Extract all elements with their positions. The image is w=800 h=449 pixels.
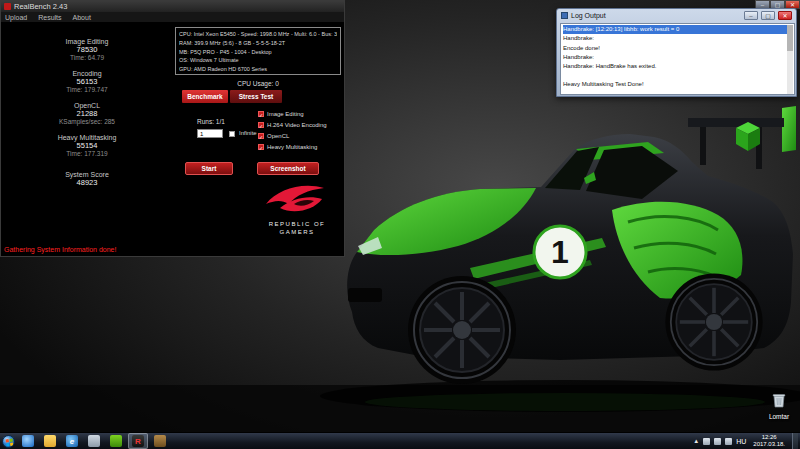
score-panel: Image Editing 78530 Time: 64.79 Encoding… — [1, 38, 173, 196]
check-image-editing[interactable]: ✓ Image Editing — [258, 108, 327, 119]
checkbox-icon[interactable]: ✓ — [258, 111, 264, 117]
log-line[interactable]: Handbrake: [12:20:13] libhb: work result… — [563, 25, 792, 34]
sysinfo-gpu: GPU: AMD Radeon HD 6700 Series — [179, 65, 337, 74]
runs-label: Runs: 1/1 — [197, 118, 225, 125]
score-encoding: Encoding 56153 Time: 179.747 — [1, 70, 173, 93]
score-sub: Time: 177.319 — [1, 150, 173, 157]
tray-date: 2017.03.18. — [753, 441, 785, 448]
score-opencl: OpenCL 21288 KSamples/sec: 285 — [1, 102, 173, 125]
score-heavy-multitasking: Heavy Multitasking 55154 Time: 177.319 — [1, 134, 173, 157]
log-output-window: Log Output – ▢ ✕ Handbrake: [12:20:13] l… — [556, 8, 797, 97]
log-scrollbar-thumb[interactable] — [787, 25, 793, 51]
recycle-bin-icon[interactable]: Lomtar — [762, 392, 796, 420]
score-label: Encoding — [1, 70, 173, 77]
rear-wheel — [665, 273, 762, 370]
score-system: System Score 48923 — [1, 171, 173, 187]
tab-stress-test[interactable]: Stress Test — [230, 90, 282, 103]
menu-upload[interactable]: Upload — [5, 14, 27, 21]
log-line[interactable]: Heavy Multitasking Test Done! — [563, 80, 792, 89]
sysinfo-motherboard: MB: P5Q PRO - P45 - 1004 - Desktop — [179, 48, 337, 57]
system-info-box: CPU: Intel Xeon E5450 - Speed: 1998.0 MH… — [175, 27, 341, 75]
check-opencl[interactable]: ✓ OpenCL — [258, 130, 327, 141]
internet-explorer-icon: e — [66, 435, 78, 447]
recycle-bin-label: Lomtar — [762, 413, 796, 420]
score-value: 21288 — [1, 109, 173, 118]
volume-icon[interactable] — [725, 438, 732, 445]
sysinfo-cpu: CPU: Intel Xeon E5450 - Speed: 1998.0 MH… — [179, 30, 337, 39]
log-maximize-button[interactable]: ▢ — [761, 11, 775, 20]
score-value: 56153 — [1, 77, 173, 86]
desktop-screen: 1 — [0, 0, 800, 449]
log-titlebar[interactable]: Log Output – ▢ ✕ — [557, 9, 796, 22]
log-line[interactable]: Handbrake: — [563, 53, 792, 62]
taskbar-handbrake-icon[interactable] — [150, 433, 170, 449]
score-value: 48923 — [1, 178, 173, 187]
checkbox-label: H.264 Video Encoding — [267, 122, 327, 128]
handbrake-icon — [154, 435, 166, 447]
rog-logo: REPUBLIC OF GAMERS — [253, 182, 341, 237]
log-line[interactable] — [563, 71, 792, 80]
realbench-app-icon — [4, 3, 11, 10]
log-client-area: Handbrake: [12:20:13] libhb: work result… — [560, 23, 795, 95]
checkbox-icon[interactable]: ✓ — [258, 133, 264, 139]
realbench-titlebar[interactable]: RealBench 2.43 — [1, 1, 344, 12]
score-value: 78530 — [1, 45, 173, 54]
log-scrollbar[interactable] — [787, 25, 793, 95]
tray-clock[interactable]: 12:26 2017.03.18. — [750, 434, 788, 448]
check-heavy-multitasking[interactable]: ✓ Heavy Multitasking — [258, 141, 327, 152]
log-line[interactable]: Handbrake: — [563, 34, 792, 43]
runs-input[interactable] — [197, 129, 223, 138]
log-window-title: Log Output — [571, 12, 741, 19]
cpu-usage-label: CPU Usage: 0 — [175, 80, 341, 87]
checkbox-label: Image Editing — [267, 111, 304, 117]
menu-about[interactable]: About — [73, 14, 91, 21]
status-text: Gathering System Information done! — [4, 246, 116, 253]
start-button[interactable]: Start — [185, 162, 233, 175]
menu-results[interactable]: Results — [38, 14, 61, 21]
score-label: OpenCL — [1, 102, 173, 109]
check-h264-encoding[interactable]: ✓ H.264 Video Encoding — [258, 119, 327, 130]
taskbar-app-icons: e R — [17, 433, 171, 449]
network-icon[interactable] — [714, 438, 721, 445]
tray-expand-icon[interactable]: ▲ — [693, 438, 699, 444]
realbench-menubar: Upload Results About — [1, 12, 344, 22]
taskbar-internet-explorer-icon[interactable]: e — [62, 433, 82, 449]
score-label: Image Editing — [1, 38, 173, 45]
log-line[interactable]: Encode done! — [563, 44, 792, 53]
taskbar-nvidia-icon[interactable] — [106, 433, 126, 449]
paint-icon — [88, 435, 100, 447]
infinite-checkbox[interactable] — [229, 131, 235, 137]
screenshot-button[interactable]: Screenshot — [257, 162, 319, 175]
windows-logo-icon — [2, 435, 15, 448]
sysinfo-ram: RAM: 399.9 MHz (5:6) - 8 GB - 5-5-5-18-2… — [179, 39, 337, 48]
log-line[interactable]: Handbrake: HandBrake has exited. — [563, 62, 792, 71]
realbench-client-area: Image Editing 78530 Time: 64.79 Encoding… — [1, 22, 344, 256]
score-sub: KSamples/sec: 285 — [1, 118, 173, 125]
svg-text:1: 1 — [551, 234, 569, 270]
taskbar-paint-icon[interactable] — [84, 433, 104, 449]
language-indicator[interactable]: HU — [736, 438, 746, 445]
nvidia-icon — [110, 435, 122, 447]
score-sub: Time: 179.747 — [1, 86, 173, 93]
checkbox-icon[interactable]: ✓ — [258, 144, 264, 150]
system-tray: ▲ HU 12:26 2017.03.18. — [693, 433, 800, 449]
taskbar-media-player-icon[interactable] — [18, 433, 38, 449]
realbench-icon: R — [132, 435, 144, 447]
window-title: RealBench 2.43 — [14, 2, 67, 11]
score-label: Heavy Multitasking — [1, 134, 173, 141]
log-close-button[interactable]: ✕ — [778, 11, 792, 20]
taskbar-explorer-icon[interactable] — [40, 433, 60, 449]
tray-time: 12:26 — [753, 434, 785, 441]
checkbox-label: OpenCL — [267, 133, 289, 139]
sysinfo-os: OS: Windows 7 Ultimate — [179, 56, 337, 65]
folder-icon — [44, 435, 56, 447]
taskbar-realbench-icon[interactable]: R — [128, 433, 148, 449]
log-app-icon — [561, 12, 568, 19]
start-menu-button[interactable] — [0, 433, 17, 449]
checkbox-icon[interactable]: ✓ — [258, 122, 264, 128]
trash-bin-icon — [771, 392, 787, 408]
log-minimize-button[interactable]: – — [744, 11, 758, 20]
action-center-flag-icon[interactable] — [703, 438, 710, 445]
show-desktop-button[interactable] — [792, 433, 798, 449]
tab-benchmark[interactable]: Benchmark — [182, 90, 228, 103]
